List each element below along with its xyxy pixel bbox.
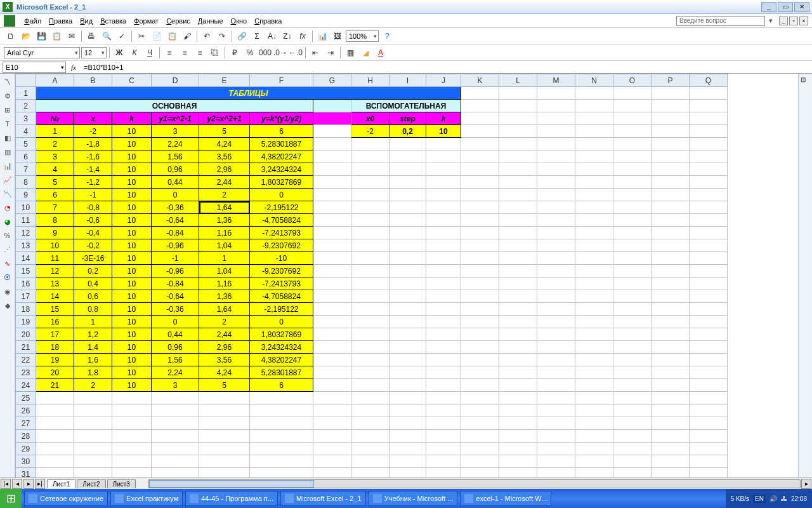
cell-M28[interactable] (537, 430, 575, 443)
cell-B3[interactable]: x (74, 112, 112, 125)
cell-C9[interactable]: 10 (112, 189, 152, 201)
cell-L17[interactable] (499, 290, 537, 303)
cell-A25[interactable] (36, 392, 74, 404)
cell-E31[interactable] (199, 468, 250, 478)
cell-M14[interactable] (537, 252, 575, 265)
cell-I14[interactable] (390, 252, 426, 265)
cell-N30[interactable] (575, 455, 613, 468)
row-header-13[interactable]: 13 (16, 239, 36, 252)
cell-J19[interactable] (426, 316, 461, 328)
cell-G24[interactable] (313, 379, 351, 392)
cell-B31[interactable] (74, 468, 112, 478)
cell-D31[interactable] (152, 468, 199, 478)
cell-E11[interactable]: 1,36 (199, 214, 250, 227)
cell-J29[interactable] (426, 443, 461, 455)
cell-E20[interactable]: 2,44 (199, 328, 250, 341)
close-button[interactable]: ✕ (794, 2, 809, 12)
cell-B13[interactable]: -0,2 (74, 239, 112, 252)
cell-H18[interactable] (351, 303, 390, 316)
cell-I12[interactable] (390, 227, 426, 239)
cell-E8[interactable]: 2,44 (199, 176, 250, 189)
cell-H15[interactable] (351, 265, 390, 277)
taskbar-item[interactable]: Excel практикум (110, 491, 183, 506)
row-header-22[interactable]: 22 (16, 354, 36, 366)
cell-G7[interactable] (313, 163, 351, 176)
col-header-A[interactable]: A (36, 74, 74, 87)
cell-G29[interactable] (313, 443, 351, 455)
cell-O23[interactable] (613, 366, 652, 379)
cell-F4[interactable]: 6 (250, 125, 313, 138)
cell-B6[interactable]: -1,6 (74, 150, 112, 163)
cell-F19[interactable]: 0 (250, 316, 313, 328)
cell-I3[interactable]: step (390, 112, 426, 125)
font-color-icon[interactable]: A (374, 46, 388, 60)
cell-Q21[interactable] (690, 341, 728, 354)
cell-L7[interactable] (499, 163, 537, 176)
cell-J16[interactable] (426, 277, 461, 290)
cell-B28[interactable] (74, 430, 112, 443)
cell-K13[interactable] (461, 239, 499, 252)
col-header-E[interactable]: E (199, 74, 250, 87)
cell-B12[interactable]: -0,4 (74, 227, 112, 239)
cell-H19[interactable] (351, 316, 390, 328)
cell-L28[interactable] (499, 430, 537, 443)
cell-P31[interactable] (652, 468, 690, 478)
cell-A3[interactable]: № (36, 112, 74, 125)
cell-D22[interactable]: 1,56 (152, 354, 199, 366)
menu-Файл[interactable]: Файл (20, 16, 45, 26)
cell-A5[interactable]: 2 (36, 138, 74, 150)
cell-M6[interactable] (537, 150, 575, 163)
cell-G22[interactable] (313, 354, 351, 366)
cell-C10[interactable]: 10 (112, 201, 152, 214)
cell-C11[interactable]: 10 (112, 214, 152, 227)
cell-Q6[interactable] (690, 150, 728, 163)
cell-G12[interactable] (313, 227, 351, 239)
col-header-H[interactable]: H (351, 74, 390, 87)
cell-P27[interactable] (652, 417, 690, 430)
cell-G28[interactable] (313, 430, 351, 443)
cell-C4[interactable]: 10 (112, 125, 152, 138)
cell-B7[interactable]: -1,4 (74, 163, 112, 176)
inc-decimal-icon[interactable]: .0→ (273, 46, 287, 60)
cell-H28[interactable] (351, 430, 390, 443)
cell-G21[interactable] (313, 341, 351, 354)
tab-last-button[interactable]: ▸| (35, 479, 45, 489)
undo-icon[interactable]: ↶ (200, 29, 214, 43)
cell-C22[interactable]: 10 (112, 354, 152, 366)
cell-F10[interactable]: -2,195122 (250, 201, 313, 214)
cell-L31[interactable] (499, 468, 537, 478)
cell-O5[interactable] (613, 138, 652, 150)
cell-G8[interactable] (313, 176, 351, 189)
cell-L19[interactable] (499, 316, 537, 328)
cell-J14[interactable] (426, 252, 461, 265)
tab-next-button[interactable]: ▸ (23, 479, 34, 489)
cell-L5[interactable] (499, 138, 537, 150)
cell-J27[interactable] (426, 417, 461, 430)
cell-B26[interactable] (74, 404, 112, 417)
tray-icon[interactable]: 🔊 (769, 495, 777, 502)
cell-C24[interactable]: 10 (112, 379, 152, 392)
chart-tool-icon[interactable]: ⦿ (2, 272, 13, 283)
cell-H25[interactable] (351, 392, 390, 404)
cell-N26[interactable] (575, 404, 613, 417)
cell-Q29[interactable] (690, 443, 728, 455)
cell-Q10[interactable] (690, 201, 728, 214)
cell-P12[interactable] (652, 227, 690, 239)
cell-B18[interactable]: 0,8 (74, 303, 112, 316)
cell-H11[interactable] (351, 214, 390, 227)
row-header-9[interactable]: 9 (16, 189, 36, 201)
cell-B14[interactable]: -3E-16 (74, 252, 112, 265)
cell-L27[interactable] (499, 417, 537, 430)
menu-Формат[interactable]: Формат (130, 16, 162, 26)
cell-K12[interactable] (461, 227, 499, 239)
cell-P22[interactable] (652, 354, 690, 366)
cell-E13[interactable]: 1,04 (199, 239, 250, 252)
chart-tool-icon[interactable]: 📉 (2, 188, 13, 199)
cell-K11[interactable] (461, 214, 499, 227)
cell-O2[interactable] (613, 100, 652, 112)
cell-P7[interactable] (652, 163, 690, 176)
cell-B27[interactable] (74, 417, 112, 430)
cell-Q19[interactable] (690, 316, 728, 328)
cell-B9[interactable]: -1 (74, 189, 112, 201)
cell-O28[interactable] (613, 430, 652, 443)
